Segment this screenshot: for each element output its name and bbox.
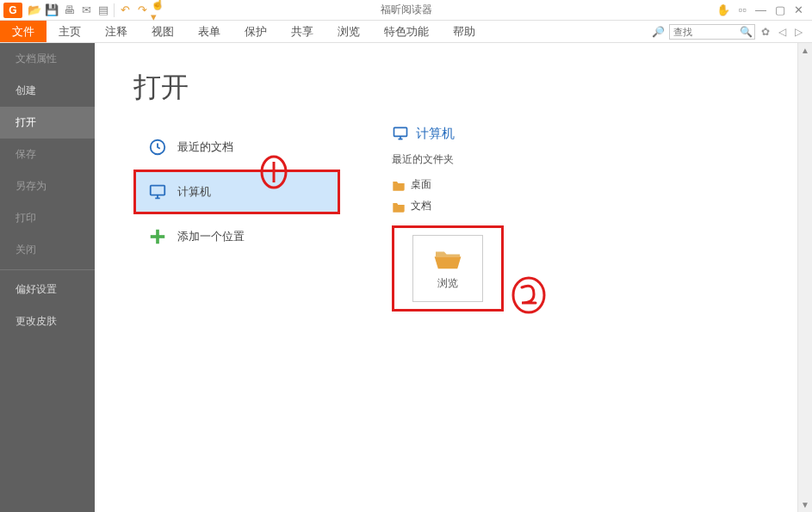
sidebar-item-skin[interactable]: 更改皮肤	[0, 305, 95, 337]
quick-access-toolbar: G 📂 💾 🖶 ✉ ▤ ↶ ↷ ☝▾ 福昕阅读器 ✋ ▫▫ — ▢ ✕	[0, 0, 812, 21]
folder-icon	[392, 200, 406, 213]
tab-share[interactable]: 共享	[279, 21, 325, 42]
sidebar-item-doc-props[interactable]: 文档属性	[0, 43, 95, 75]
search-wrap: 🔍	[669, 24, 755, 40]
scroll-up-icon[interactable]: ▲	[798, 43, 812, 58]
tab-view[interactable]: 视图	[139, 21, 186, 42]
open-source-options: 最近的文档 计算机 添加一个位置	[133, 125, 340, 259]
folder-desktop[interactable]: 桌面	[392, 174, 607, 195]
tab-form[interactable]: 表单	[186, 21, 232, 42]
hand-tool-icon[interactable]: ☝▾	[151, 2, 168, 19]
folder-desktop-label: 桌面	[411, 177, 431, 192]
bottom-icon[interactable]: —	[755, 3, 766, 16]
browse-button[interactable]: 浏览	[412, 235, 483, 302]
computer-header-label: 计算机	[416, 126, 455, 142]
scroll-down-icon[interactable]: ▼	[798, 497, 812, 512]
app-logo: G	[3, 3, 22, 18]
option-recent[interactable]: 最近的文档	[133, 125, 340, 170]
option-computer[interactable]: 计算机	[133, 170, 340, 214]
sidebar-item-save[interactable]: 保存	[0, 139, 95, 170]
ribbon-tabs: 文件 主页 注释 视图 表单 保护 共享 浏览 特色功能 帮助 🔎 🔍 ✿ ◁ …	[0, 21, 812, 43]
browse-annotation-box: 浏览	[392, 225, 504, 312]
monitor-header-icon	[392, 125, 409, 142]
tab-feature[interactable]: 特色功能	[372, 21, 441, 42]
close-window-icon[interactable]: ✕	[794, 3, 803, 16]
tab-file[interactable]: 文件	[0, 21, 46, 42]
maximize-icon[interactable]: ▢	[775, 3, 785, 16]
browse-label: 浏览	[437, 276, 458, 291]
body-area: 文档属性 创建 打开 保存 另存为 打印 关闭 偏好设置 更改皮肤 打开 最近的…	[0, 43, 812, 512]
tab-browse[interactable]: 浏览	[325, 21, 372, 42]
sidebar-item-preferences[interactable]: 偏好设置	[0, 274, 95, 305]
svg-rect-3	[151, 235, 165, 238]
tab-comment[interactable]: 注释	[93, 21, 139, 42]
find-icon[interactable]: 🔎	[650, 24, 666, 40]
open-folder-icon	[433, 247, 462, 271]
redo-icon[interactable]: ↷	[133, 2, 151, 19]
svg-rect-1	[151, 186, 165, 195]
sidebar-item-open[interactable]: 打开	[0, 107, 95, 139]
open-file-icon[interactable]: 📂	[26, 2, 43, 19]
sidebar-item-print[interactable]: 打印	[0, 202, 95, 234]
page-title: 打开	[133, 69, 189, 107]
tab-protect[interactable]: 保护	[232, 21, 279, 42]
option-add-place-label: 添加一个位置	[177, 229, 245, 244]
qat-separator	[114, 3, 115, 17]
sidebar-item-save-as[interactable]: 另存为	[0, 170, 95, 202]
option-add-place[interactable]: 添加一个位置	[133, 214, 340, 259]
folder-icon	[392, 179, 406, 191]
touch-mode-icon[interactable]: ✋	[716, 3, 730, 16]
vertical-scrollbar[interactable]: ▲ ▼	[797, 43, 812, 512]
print-icon[interactable]: 🖶	[60, 2, 77, 19]
sidebar-separator	[0, 269, 95, 270]
minimize-icon[interactable]: ▫▫	[739, 3, 747, 16]
main-content: 打开 最近的文档 计算机 添加一个位置 计算机 最近的文件夹	[95, 43, 812, 512]
nav-next-icon[interactable]: ▷	[792, 26, 805, 38]
option-computer-label: 计算机	[177, 184, 211, 200]
recent-folders-label: 最近的文件夹	[392, 152, 607, 167]
email-icon[interactable]: ✉	[77, 2, 95, 19]
clock-icon	[148, 138, 167, 157]
gear-icon[interactable]: ✿	[759, 26, 772, 38]
scroll-track[interactable]	[798, 58, 812, 497]
document-icon[interactable]: ▤	[95, 2, 112, 19]
plus-icon	[148, 227, 167, 246]
tab-help[interactable]: 帮助	[441, 21, 487, 42]
svg-rect-4	[394, 127, 407, 136]
search-go-icon[interactable]: 🔍	[740, 26, 753, 38]
undo-icon[interactable]: ↶	[116, 2, 133, 19]
nav-prev-icon[interactable]: ◁	[776, 26, 789, 38]
sidebar-item-close[interactable]: 关闭	[0, 234, 95, 266]
option-recent-label: 最近的文档	[177, 139, 233, 155]
tab-home[interactable]: 主页	[46, 21, 93, 42]
file-sidebar: 文档属性 创建 打开 保存 另存为 打印 关闭 偏好设置 更改皮肤	[0, 43, 95, 512]
computer-header: 计算机	[392, 125, 607, 142]
save-icon[interactable]: 💾	[43, 2, 60, 19]
folder-documents-label: 文档	[411, 199, 431, 213]
monitor-icon	[148, 182, 167, 201]
sidebar-item-create[interactable]: 创建	[0, 75, 95, 107]
computer-panel: 计算机 最近的文件夹 桌面 文档 浏览	[392, 125, 607, 312]
folder-documents[interactable]: 文档	[392, 195, 607, 217]
